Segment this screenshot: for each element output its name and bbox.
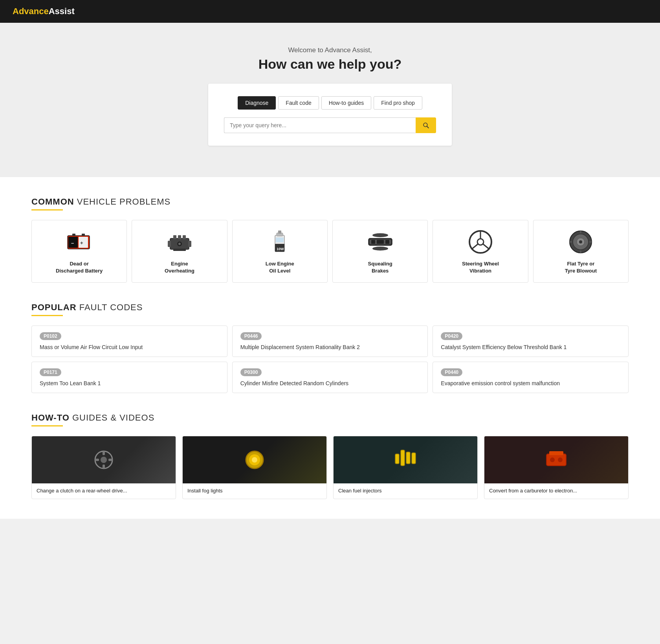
- fault-card-p0102[interactable]: P0102 Mass or Volume Air Flow Circuit Lo…: [31, 326, 227, 357]
- injector-thumb-icon: [390, 444, 421, 476]
- fault-badge-p0171: P0171: [40, 368, 61, 376]
- svg-text:+: +: [80, 240, 83, 246]
- svg-rect-28: [377, 240, 384, 244]
- tab-howto-guides[interactable]: How-to guides: [321, 96, 372, 110]
- fault-card-p0420[interactable]: P0420 Catalyst System Efficiency Below T…: [433, 326, 629, 357]
- svg-rect-48: [103, 465, 105, 468]
- svg-line-36: [483, 244, 490, 249]
- battery-icon-area: – +: [37, 228, 122, 256]
- svg-rect-43: [570, 241, 572, 243]
- problem-card-engine[interactable]: EngineOverheating: [132, 220, 227, 283]
- brakes-label: SquealingBrakes: [337, 260, 423, 274]
- svg-point-61: [558, 457, 563, 462]
- steering-label: Steering WheelVibration: [438, 260, 523, 274]
- battery-icon: – +: [67, 232, 92, 252]
- svg-line-35: [471, 244, 478, 249]
- guides-grid: Change a clutch on a rear-wheel drive...…: [31, 436, 629, 499]
- fault-card-p0300[interactable]: P0300 Cylinder Misfire Detected Random C…: [232, 362, 428, 393]
- fault-codes-header: POPULAR FAULT CODES: [31, 302, 629, 316]
- guide-label-injector: Clean fuel injectors: [334, 483, 477, 498]
- svg-rect-21: [278, 231, 281, 234]
- guide-card-fog[interactable]: Install fog lights: [182, 436, 327, 499]
- section-underline-faults: [31, 315, 63, 316]
- svg-rect-59: [549, 451, 563, 455]
- svg-rect-6: [82, 234, 85, 236]
- common-problems-header: COMMON VEHICLE PROBLEMS: [31, 197, 629, 210]
- logo-assist: Assist: [49, 6, 75, 16]
- tyre-icon: [568, 229, 594, 255]
- oil-icon: 10W -40: [270, 229, 289, 255]
- fault-desc-p0440: Evaporative emission control system malf…: [441, 380, 620, 386]
- svg-rect-47: [103, 451, 105, 455]
- tyre-icon-area: [538, 228, 623, 256]
- brakes-icon-area: [337, 228, 423, 256]
- problem-card-battery[interactable]: – + Dead orDischarged Battery: [31, 220, 127, 283]
- svg-point-17: [178, 243, 181, 245]
- guide-thumb-injector: [334, 436, 477, 483]
- svg-rect-14: [188, 241, 191, 247]
- guide-card-carb[interactable]: Convert from a carburetor to electron...: [484, 436, 629, 499]
- svg-rect-27: [371, 240, 375, 244]
- engine-icon: [166, 231, 193, 253]
- fault-desc-p0300: Cylinder Misfire Detected Random Cylinde…: [240, 380, 420, 386]
- problem-card-brakes[interactable]: SquealingBrakes: [332, 220, 428, 283]
- fault-badge-p0300: P0300: [240, 368, 262, 376]
- tab-find-pro-shop[interactable]: Find pro shop: [374, 96, 422, 110]
- svg-rect-54: [401, 450, 405, 466]
- guide-card-injector[interactable]: Clean fuel injectors: [333, 436, 478, 499]
- steering-icon-area: [438, 228, 523, 256]
- svg-rect-58: [546, 454, 566, 466]
- guide-label-fog: Install fog lights: [183, 483, 326, 498]
- hero-subtitle: Welcome to Advance Assist,: [8, 46, 652, 54]
- section-title-bold-problems: COMMON: [31, 197, 74, 207]
- fault-desc-p0171: System Too Lean Bank 1: [40, 380, 219, 386]
- search-row: [224, 117, 436, 133]
- fault-card-p0440[interactable]: P0440 Evaporative emission control syste…: [433, 362, 629, 393]
- search-icon: [422, 122, 429, 129]
- section-title-bold-howto: HOW-TO: [31, 413, 70, 423]
- guide-thumb-clutch: [32, 436, 176, 483]
- problem-card-tyre[interactable]: Flat Tyre orTyre Blowout: [533, 220, 629, 283]
- fault-codes-grid: P0102 Mass or Volume Air Flow Circuit Lo…: [31, 326, 629, 393]
- oil-icon-area: 10W -40: [237, 228, 323, 256]
- svg-rect-57: [412, 453, 416, 464]
- svg-text:-40: -40: [275, 251, 280, 254]
- svg-rect-13: [168, 241, 171, 247]
- tab-fault-code[interactable]: Fault code: [278, 96, 319, 110]
- oil-label: Low EngineOil Level: [237, 260, 323, 274]
- svg-rect-55: [406, 452, 410, 464]
- guide-card-clutch[interactable]: Change a clutch on a rear-wheel drive...: [31, 436, 176, 499]
- tyre-label: Flat Tyre orTyre Blowout: [538, 260, 623, 274]
- problem-card-steering[interactable]: Steering WheelVibration: [433, 220, 528, 283]
- fault-badge-p0420: P0420: [441, 332, 462, 340]
- tab-diagnose[interactable]: Diagnose: [238, 96, 276, 110]
- svg-point-60: [550, 457, 555, 462]
- section-title-rest-howto: GUIDES & VIDEOS: [70, 413, 155, 423]
- svg-text:–: –: [71, 240, 74, 246]
- section-underline-problems: [31, 209, 63, 210]
- fault-card-p0171[interactable]: P0171 System Too Lean Bank 1: [31, 362, 227, 393]
- fault-card-p0446[interactable]: P0446 Multiple Displacement System Ratio…: [232, 326, 428, 357]
- svg-rect-42: [580, 251, 581, 253]
- fault-badge-p0446: P0446: [240, 332, 262, 340]
- svg-rect-44: [589, 241, 592, 243]
- svg-rect-49: [95, 459, 99, 461]
- problems-grid: – + Dead orDischarged Battery: [31, 220, 629, 283]
- search-button[interactable]: [416, 117, 436, 133]
- svg-point-53: [252, 457, 257, 463]
- svg-rect-5: [72, 234, 75, 236]
- fault-desc-p0446: Multiple Displacement System Rationality…: [240, 344, 420, 350]
- search-input[interactable]: [224, 117, 416, 133]
- svg-rect-50: [108, 459, 112, 461]
- battery-label: Dead orDischarged Battery: [37, 260, 122, 274]
- problem-card-oil[interactable]: 10W -40 Low EngineOil Level: [232, 220, 328, 283]
- svg-point-30: [372, 233, 388, 237]
- fog-thumb-icon: [239, 444, 270, 476]
- search-card: Diagnose Fault code How-to guides Find p…: [208, 84, 452, 146]
- svg-line-1: [427, 126, 429, 128]
- guide-thumb-carb: [484, 436, 628, 483]
- svg-point-31: [372, 247, 388, 251]
- fault-badge-p0102: P0102: [40, 332, 61, 340]
- svg-rect-41: [580, 231, 581, 233]
- svg-rect-12: [183, 235, 186, 239]
